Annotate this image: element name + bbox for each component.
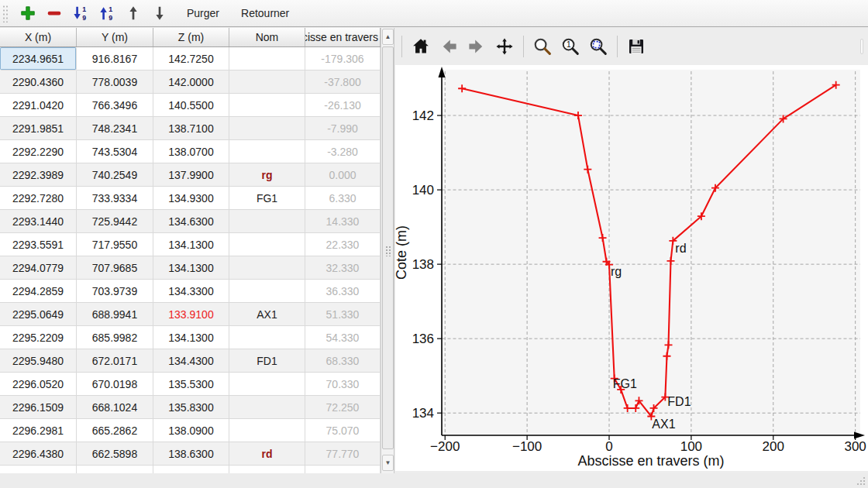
cell-abscisse[interactable]: 72.250: [305, 396, 381, 419]
cell-abscisse[interactable]: 14.330: [305, 210, 381, 233]
cell-x[interactable]: 2234.9651: [0, 47, 77, 70]
cell-nom[interactable]: [229, 233, 305, 256]
toolbar-drag-handle[interactable]: [2, 4, 9, 22]
column-header-z[interactable]: Z (m): [153, 28, 229, 46]
zoom-original-button[interactable]: 1: [558, 34, 583, 59]
cell-y[interactable]: 665.2862: [77, 419, 153, 442]
cell-nom[interactable]: FG1: [229, 187, 305, 210]
profile-chart[interactable]: −200−1000100200300134136138140142Absciss…: [395, 65, 868, 471]
cell-empty[interactable]: [77, 466, 153, 473]
cell-empty[interactable]: [229, 466, 305, 473]
cell-x[interactable]: 2296.2981: [0, 419, 77, 442]
table-row[interactable]: 2291.9851748.2341138.7100-7.990: [0, 117, 394, 140]
home-button[interactable]: [408, 34, 433, 59]
cell-z[interactable]: 134.1300: [153, 233, 229, 256]
cell-y[interactable]: 717.9550: [77, 233, 153, 256]
cell-x[interactable]: 2294.2859: [0, 280, 77, 303]
cell-abscisse[interactable]: 70.330: [305, 373, 381, 396]
table-row[interactable]: 2290.4360778.0039142.0000-37.800: [0, 70, 394, 94]
cell-nom[interactable]: [229, 117, 305, 140]
cell-y[interactable]: 743.5304: [77, 140, 153, 163]
sort-descending-button[interactable]: 19: [95, 2, 119, 24]
cell-empty[interactable]: [153, 466, 229, 473]
cell-y[interactable]: 668.1024: [77, 396, 153, 419]
table-row[interactable]: 2296.2981665.2862138.090075.070: [0, 419, 394, 442]
table-row[interactable]: 2292.2290743.5304138.0700-3.280: [0, 140, 394, 163]
table-row[interactable]: 2292.3989740.2549137.9900rg0.000: [0, 163, 394, 187]
cell-abscisse[interactable]: 6.330: [305, 187, 381, 210]
cell-abscisse[interactable]: -37.800: [305, 70, 381, 94]
table-row-partial[interactable]: [0, 466, 394, 473]
table-row[interactable]: 2234.9651916.8167142.7250-179.306: [0, 47, 394, 70]
table-row[interactable]: 2294.0779707.9685134.130032.330: [0, 256, 394, 280]
cell-nom[interactable]: [229, 419, 305, 442]
cell-abscisse[interactable]: 68.330: [305, 349, 381, 373]
cell-x[interactable]: 2295.0649: [0, 303, 77, 326]
cell-abscisse[interactable]: -26.130: [305, 94, 381, 117]
column-header-nom[interactable]: Nom: [229, 28, 305, 46]
column-header-y[interactable]: Y (m): [77, 28, 153, 46]
profile-figure-canvas[interactable]: −200−1000100200300134136138140142Absciss…: [395, 65, 868, 471]
cell-z[interactable]: 138.0900: [153, 419, 229, 442]
forward-arrow-button[interactable]: [464, 34, 489, 59]
cell-z[interactable]: 140.5500: [153, 94, 229, 117]
zoom-extent-button[interactable]: [586, 34, 611, 59]
table-vertical-scrollbar[interactable]: ▲ ▼: [381, 28, 394, 473]
cell-z[interactable]: 133.9100: [153, 303, 229, 326]
cell-x[interactable]: 2292.3989: [0, 163, 77, 187]
cell-z[interactable]: 134.9300: [153, 187, 229, 210]
cell-y[interactable]: 670.0198: [77, 373, 153, 396]
cell-z[interactable]: 137.9900: [153, 163, 229, 187]
cell-z[interactable]: 134.1300: [153, 256, 229, 280]
cell-abscisse[interactable]: 54.330: [305, 326, 381, 349]
cell-z[interactable]: 138.6300: [153, 442, 229, 466]
cell-abscisse[interactable]: -7.990: [305, 117, 381, 140]
cell-x[interactable]: 2291.9851: [0, 117, 77, 140]
cell-y[interactable]: 672.0171: [77, 349, 153, 373]
cell-empty[interactable]: [305, 466, 381, 473]
cell-nom[interactable]: [229, 373, 305, 396]
cell-y[interactable]: 725.9442: [77, 210, 153, 233]
cell-y[interactable]: 733.9334: [77, 187, 153, 210]
cell-y[interactable]: 703.9739: [77, 280, 153, 303]
cell-x[interactable]: 2294.0779: [0, 256, 77, 280]
table-row[interactable]: 2293.1440725.9442134.630014.330: [0, 210, 394, 233]
table-row[interactable]: 2291.0420766.3496140.5500-26.130: [0, 94, 394, 117]
cell-x[interactable]: 2296.4380: [0, 442, 77, 466]
cell-nom[interactable]: FD1: [229, 349, 305, 373]
table-row[interactable]: 2296.1509668.1024135.830072.250: [0, 396, 394, 419]
cell-z[interactable]: 134.3300: [153, 280, 229, 303]
cell-nom[interactable]: [229, 396, 305, 419]
delete-row-button[interactable]: [43, 2, 66, 24]
cell-z[interactable]: 134.6300: [153, 210, 229, 233]
table-row[interactable]: 2293.5591717.9550134.130022.330: [0, 233, 394, 256]
cell-x[interactable]: 2296.0520: [0, 373, 77, 396]
cell-abscisse[interactable]: 77.770: [305, 442, 381, 466]
cell-x[interactable]: 2295.9480: [0, 349, 77, 373]
table-row[interactable]: 2294.2859703.9739134.330036.330: [0, 280, 394, 303]
cell-x[interactable]: 2292.7280: [0, 187, 77, 210]
cell-y[interactable]: 748.2341: [77, 117, 153, 140]
save-figure-button[interactable]: [624, 34, 649, 59]
cell-y[interactable]: 778.0039: [77, 70, 153, 94]
add-row-button[interactable]: [16, 2, 40, 24]
cell-nom[interactable]: rg: [229, 163, 305, 187]
back-arrow-button[interactable]: [436, 34, 461, 59]
cell-z[interactable]: 138.0700: [153, 140, 229, 163]
table-row[interactable]: 2292.7280733.9334134.9300FG16.330: [0, 187, 394, 210]
sort-ascending-button[interactable]: 19: [69, 2, 92, 24]
zoom-rect-button[interactable]: [530, 34, 555, 59]
table-row[interactable]: 2296.4380662.5898138.6300rd77.770: [0, 442, 394, 466]
table-row[interactable]: 2295.0649688.9941133.9100AX151.330: [0, 303, 394, 326]
cell-x[interactable]: 2292.2290: [0, 140, 77, 163]
cell-nom[interactable]: [229, 94, 305, 117]
cell-z[interactable]: 134.4300: [153, 349, 229, 373]
cell-abscisse[interactable]: -179.306: [305, 47, 381, 70]
cell-nom[interactable]: [229, 280, 305, 303]
column-header-abscisse[interactable]: cisse en travers: [305, 28, 381, 46]
table-row[interactable]: 2295.2209685.9982134.130054.330: [0, 326, 394, 349]
scroll-down-button[interactable]: ▼: [382, 455, 394, 471]
cell-z[interactable]: 134.1300: [153, 326, 229, 349]
pan-button[interactable]: [492, 34, 517, 59]
cell-x[interactable]: 2295.2209: [0, 326, 77, 349]
